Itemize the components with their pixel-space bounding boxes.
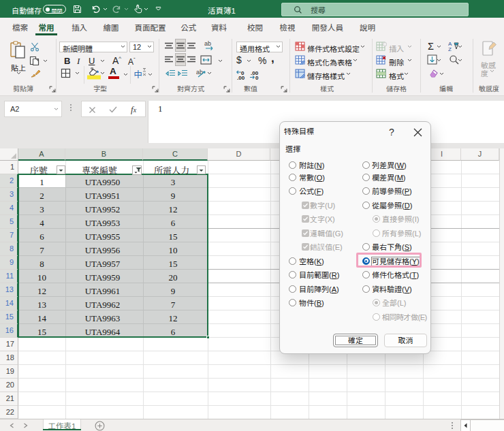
svg-text:ab: ab xyxy=(196,69,203,76)
svg-text:ab: ab xyxy=(204,40,211,47)
svg-text:.00: .00 xyxy=(237,75,245,80)
svg-text:Z: Z xyxy=(448,46,452,52)
svg-text:0: 0 xyxy=(255,75,259,80)
